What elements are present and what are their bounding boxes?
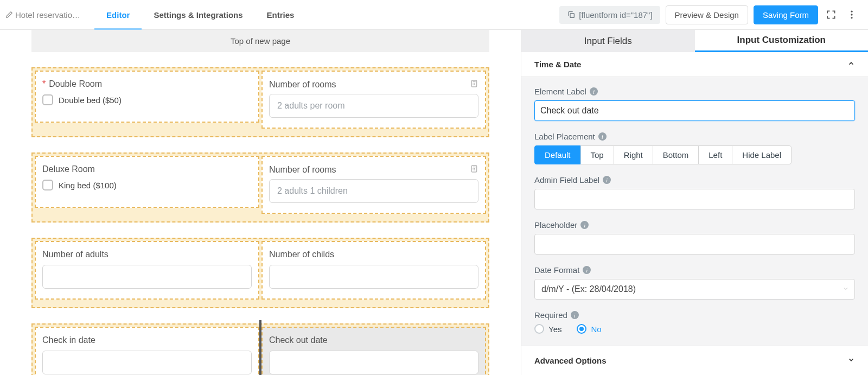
- radio-label: Yes: [548, 325, 561, 334]
- required-no[interactable]: No: [577, 324, 601, 334]
- checkbox-icon: [42, 180, 53, 190]
- section-time-date-header[interactable]: Time & Date: [521, 52, 868, 77]
- number-of-adults-input[interactable]: [42, 265, 252, 289]
- check-out-date-input[interactable]: [269, 351, 478, 374]
- field-label: Deluxe Room: [42, 164, 252, 174]
- chevron-down-icon: [847, 356, 855, 365]
- required-yes[interactable]: Yes: [534, 324, 561, 334]
- nav-tabs: Editor Settings & Integrations Entries: [94, 0, 306, 29]
- form-row[interactable]: * Double Room Double bed ($50) Number of…: [31, 67, 489, 137]
- number-of-rooms-input[interactable]: [269, 94, 478, 118]
- info-icon[interactable]: i: [571, 311, 579, 319]
- form-row[interactable]: Number of adults Number of childs: [31, 238, 489, 308]
- admin-field-label-input[interactable]: [534, 189, 855, 209]
- field-label-placement: Label Placementi Default Top Right Botto…: [534, 132, 855, 164]
- info-icon[interactable]: i: [583, 266, 591, 274]
- form-cell-selected[interactable]: Check out date: [261, 327, 486, 375]
- form-name-wrap[interactable]: Hotel reservatio…: [5, 10, 80, 20]
- section-title: Time & Date: [534, 60, 581, 69]
- top-bar: Hotel reservatio… Editor Settings & Inte…: [0, 0, 868, 30]
- svg-point-1: [851, 11, 852, 12]
- field-label: Number of rooms: [269, 80, 336, 90]
- label-placement-group: Default Top Right Bottom Left Hide Label: [534, 145, 855, 164]
- field-admin-label: Admin Field Labeli: [534, 175, 855, 209]
- copy-icon: [567, 10, 576, 19]
- field-placeholder: Placeholderi: [534, 220, 855, 255]
- checkbox-icon: [42, 94, 53, 105]
- form-cell[interactable]: * Double Room Double bed ($50): [35, 71, 259, 129]
- number-of-rooms-input[interactable]: [269, 179, 478, 203]
- form-cell[interactable]: Number of adults: [35, 241, 259, 300]
- form-cell[interactable]: Check in date: [35, 327, 259, 375]
- preview-design-button[interactable]: Preview & Design: [666, 5, 748, 24]
- seg-hide-label[interactable]: Hide Label: [732, 145, 792, 164]
- field-required: Requiredi Yes No: [534, 310, 855, 334]
- calculator-icon: [470, 164, 478, 175]
- date-format-select[interactable]: d/m/Y - (Ex: 28/04/2018): [534, 279, 855, 300]
- svg-point-2: [851, 14, 852, 15]
- info-icon[interactable]: i: [580, 221, 589, 229]
- fullscreen-icon[interactable]: [824, 7, 839, 22]
- form-cell[interactable]: Number of rooms: [261, 71, 486, 129]
- seg-left[interactable]: Left: [698, 145, 732, 164]
- form-cell[interactable]: Deluxe Room King bed ($100): [35, 156, 259, 214]
- seg-bottom[interactable]: Bottom: [653, 145, 699, 164]
- setting-label: Placeholder: [534, 220, 577, 230]
- side-panel-tabs: Input Fields Input Customization: [521, 30, 868, 52]
- setting-label: Date Format: [534, 265, 579, 275]
- required-radio-group: Yes No: [534, 324, 855, 334]
- number-of-childs-input[interactable]: [269, 265, 478, 289]
- form-cell[interactable]: Number of childs: [261, 241, 486, 300]
- chevron-down-icon: [843, 284, 849, 294]
- tab-editor[interactable]: Editor: [94, 0, 142, 29]
- required-star-icon: *: [42, 79, 46, 89]
- tab-input-fields[interactable]: Input Fields: [521, 30, 695, 52]
- seg-default[interactable]: Default: [534, 145, 581, 164]
- field-label: Number of adults: [42, 250, 252, 259]
- element-label-input[interactable]: [534, 100, 855, 121]
- seg-right[interactable]: Right: [614, 145, 653, 164]
- tab-settings[interactable]: Settings & Integrations: [142, 0, 254, 29]
- info-icon[interactable]: i: [590, 87, 598, 96]
- checkbox-label: King bed ($100): [59, 181, 117, 190]
- select-value: d/m/Y - (Ex: 28/04/2018): [541, 284, 636, 294]
- field-label: * Double Room: [42, 79, 252, 89]
- section-title: Advanced Options: [534, 356, 607, 365]
- info-icon[interactable]: i: [603, 176, 611, 184]
- radio-label: No: [591, 325, 601, 334]
- svg-rect-0: [570, 14, 574, 17]
- tab-input-customization[interactable]: Input Customization: [695, 30, 869, 52]
- section-advanced-options-header[interactable]: Advanced Options: [521, 346, 868, 375]
- setting-label: Label Placement: [534, 132, 595, 141]
- checkbox-option[interactable]: Double bed ($50): [42, 94, 252, 105]
- radio-icon: [534, 324, 544, 334]
- form-canvas: Top of new page * Double Room Double bed…: [0, 30, 521, 375]
- seg-top[interactable]: Top: [580, 145, 614, 164]
- setting-label: Required: [534, 310, 567, 320]
- setting-label: Element Label: [534, 87, 586, 96]
- field-label: Number of childs: [269, 250, 478, 259]
- placeholder-input[interactable]: [534, 234, 855, 255]
- body-split: Top of new page * Double Room Double bed…: [0, 30, 868, 375]
- radio-icon: [577, 324, 586, 334]
- save-form-button[interactable]: Saving Form: [754, 5, 818, 24]
- form-cell[interactable]: Number of rooms: [261, 156, 486, 214]
- page-strip: Top of new page: [31, 30, 489, 52]
- field-label-text: Double Room: [49, 79, 102, 89]
- section-body: Element Labeli Label Placementi Default …: [521, 77, 868, 346]
- shortcode-text: [fluentform id="187"]: [579, 10, 652, 20]
- shortcode-pill[interactable]: [fluentform id="187"]: [559, 6, 660, 24]
- form-row[interactable]: Check in date Check out date: [31, 323, 489, 375]
- more-menu-icon[interactable]: [844, 7, 859, 22]
- info-icon[interactable]: i: [598, 132, 607, 141]
- form-row[interactable]: Deluxe Room King bed ($100) Number of ro…: [31, 152, 489, 223]
- checkbox-option[interactable]: King bed ($100): [42, 180, 252, 190]
- side-panel: Input Fields Input Customization Time & …: [521, 30, 868, 375]
- chevron-up-icon: [847, 60, 855, 69]
- field-label: Number of rooms: [269, 165, 336, 175]
- checkbox-label: Double bed ($50): [59, 96, 122, 105]
- field-date-format: Date Formati d/m/Y - (Ex: 28/04/2018): [534, 265, 855, 300]
- svg-point-3: [851, 17, 852, 18]
- check-in-date-input[interactable]: [42, 351, 252, 374]
- tab-entries[interactable]: Entries: [255, 0, 307, 29]
